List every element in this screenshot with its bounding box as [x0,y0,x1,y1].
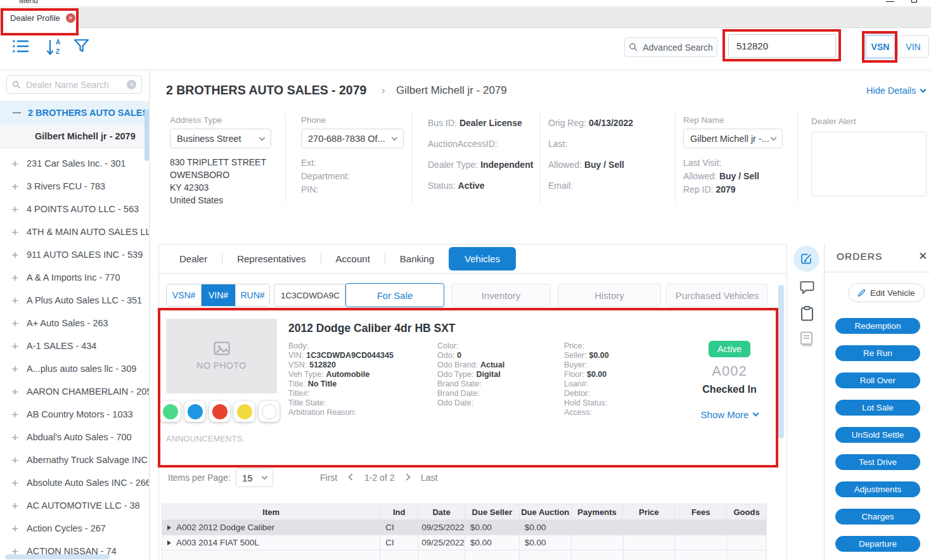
table-row[interactable]: A003 2014 FIAT 500L CI 09/25/2022 $0.00 … [162,535,767,550]
sidebar-item-dealer[interactable]: 911 AUTO SALES INC - 539 [0,243,149,266]
sidebar-item-dealer[interactable]: A+ Auto Sales - 263 [0,312,149,334]
filter-history[interactable]: History [558,284,661,307]
expand-icon[interactable] [11,182,20,191]
tab-dealer-profile[interactable]: Dealer Profile [2,8,79,29]
tab-banking[interactable]: Banking [400,253,434,264]
sidebar-item-dealer[interactable]: A & A Imports Inc - 770 [0,266,149,289]
clear-search-icon[interactable] [127,80,136,89]
roll-over-button[interactable]: Roll Over [835,372,920,388]
row-expand-icon[interactable] [167,525,171,530]
filter-for-sale[interactable]: For Sale [345,283,444,307]
red-light-button[interactable] [209,401,230,422]
sidebar-item-dealer[interactable]: Absolute Auto Sales INC - 266 [0,471,149,494]
dealer-name-search-input[interactable] [26,80,122,90]
expand-icon[interactable] [11,478,20,487]
items-per-page-select[interactable]: 15 [236,468,273,487]
unsold-settle-button[interactable]: UnSold Settle [835,427,920,443]
clipboard-icon[interactable] [800,306,814,321]
tab-vehicles[interactable]: Vehicles [449,247,516,270]
show-more-link[interactable]: Show More [701,409,759,420]
tab-representatives[interactable]: Representatives [237,253,305,264]
hide-details-link[interactable]: Hide Details [866,86,925,96]
segment-vsn[interactable]: VSN# [167,284,201,306]
green-light-button[interactable] [160,401,181,422]
address-type-select[interactable]: Business Street [170,129,271,148]
phone-select[interactable]: 270-688-7838 Of... [301,129,404,148]
expand-icon[interactable] [11,250,20,259]
expand-icon[interactable] [11,501,20,510]
pagination-first[interactable]: First [320,473,337,483]
sidebar-item-dealer[interactable]: 231 Car Sales Inc. - 301 [0,152,149,175]
filter-icon[interactable] [74,39,89,54]
sidebar-item-selected-contact[interactable]: Gilbert Michell jr - 2079 [0,125,149,148]
adjustments-button[interactable]: Adjustments [835,481,920,497]
expand-icon[interactable] [11,227,20,236]
compose-icon-button[interactable] [793,246,819,272]
filter-purchased-vehicles[interactable]: Purchased Vehicles [666,284,768,307]
sidebar-item-dealer[interactable]: A-1 SALES - 434 [0,334,149,357]
sidebar-item-selected-dealer[interactable]: 2 BROTHERS AUTO SALES - 2079 [0,101,149,125]
expand-icon[interactable] [11,273,20,282]
sort-az-icon[interactable]: AZ [46,39,63,56]
breadcrumb-contact[interactable]: Gilbert Michell jr - 2079 [396,84,507,97]
breadcrumb-dealer[interactable]: 2 BROTHERS AUTO SALES - 2079 [166,83,366,98]
expand-icon[interactable] [11,341,20,350]
tab-close-icon[interactable] [66,13,75,23]
re-run-button[interactable]: Re Run [835,345,920,361]
sidebar-item-dealer[interactable]: A...plus auto sales llc - 309 [0,357,149,380]
menu-label[interactable]: Menu [19,0,38,5]
row-expand-icon[interactable] [167,540,171,545]
sidebar-item-dealer[interactable]: 3 Rivers FCU - 783 [0,175,149,198]
pagination-last[interactable]: Last [421,473,437,483]
maximize-icon[interactable] [911,0,917,3]
sidebar-item-dealer[interactable]: 4TH & MAIN AUTO SALES LLC [0,220,149,243]
table-row[interactable]: A002 2012 Dodge Caliber CI 09/25/2022 $0… [162,520,767,535]
sidebar-item-dealer[interactable]: Abernathy Truck Salvage INC - [0,449,149,471]
redemption-button[interactable]: Redemption [835,318,920,334]
sidebar-vertical-scrollbar[interactable] [144,109,149,161]
sidebar-item-dealer[interactable]: AB Country Motors - 1033 [0,403,149,426]
list-view-icon[interactable] [13,39,29,54]
sidebar-item-dealer[interactable]: Abdual's Auto Sales - 700 [0,426,149,449]
sidebar-item-dealer[interactable]: 4 POINTS AUTO LLC - 563 [0,198,149,220]
dealer-name-search[interactable] [6,75,142,94]
departure-button[interactable]: Departure [835,536,920,552]
vehicle-search-input[interactable] [274,284,345,307]
tab-account[interactable]: Account [336,253,370,264]
white-light-button[interactable] [259,401,279,422]
expand-icon[interactable] [11,387,20,396]
sidebar-horizontal-scrollbar[interactable] [5,554,110,559]
collapse-icon[interactable] [13,112,21,113]
expand-icon[interactable] [11,524,20,533]
test-drive-button[interactable]: Test Drive [835,454,920,470]
charges-button[interactable]: Charges [835,509,920,525]
rep-name-select[interactable]: Gilbert Michell jr -... [683,129,783,148]
oem-document-icon[interactable]: OEM [800,331,814,347]
vin-toggle-button[interactable]: VIN [897,35,929,58]
expand-icon[interactable] [11,433,20,442]
sidebar-item-dealer[interactable]: AARON CHAMBERLAIN - 2053 [0,380,149,403]
comment-icon[interactable] [800,281,814,294]
pagination-next-icon[interactable] [404,474,409,480]
expand-icon[interactable] [11,205,20,213]
minimize-icon[interactable]: — [886,0,894,6]
sidebar-item-dealer[interactable]: AC AUTOMOTIVE LLC - 38 [0,494,149,517]
close-icon[interactable]: ✕ [918,250,927,263]
expand-icon[interactable] [11,364,20,373]
dealer-alert-box[interactable] [811,132,927,196]
segment-vin[interactable]: VIN# [201,284,235,306]
advanced-search-button[interactable]: Advanced Search [624,37,717,57]
vehicles-vertical-scrollbar[interactable] [778,285,784,438]
edit-vehicle-button[interactable]: Edit Vehicle [848,283,925,302]
pagination-prev-icon[interactable] [349,474,354,480]
expand-icon[interactable] [11,319,20,328]
yellow-light-button[interactable] [234,401,255,422]
expand-icon[interactable] [11,296,20,305]
global-search-input[interactable] [728,34,836,58]
expand-icon[interactable] [11,455,20,464]
lot-sale-button[interactable]: Lot Sale [835,400,920,416]
blue-light-button[interactable] [184,401,205,422]
expand-icon[interactable] [11,410,20,419]
segment-run[interactable]: RUN# [235,284,269,306]
sidebar-item-dealer[interactable]: A Plus Auto Sales LLC - 351 [0,289,149,312]
